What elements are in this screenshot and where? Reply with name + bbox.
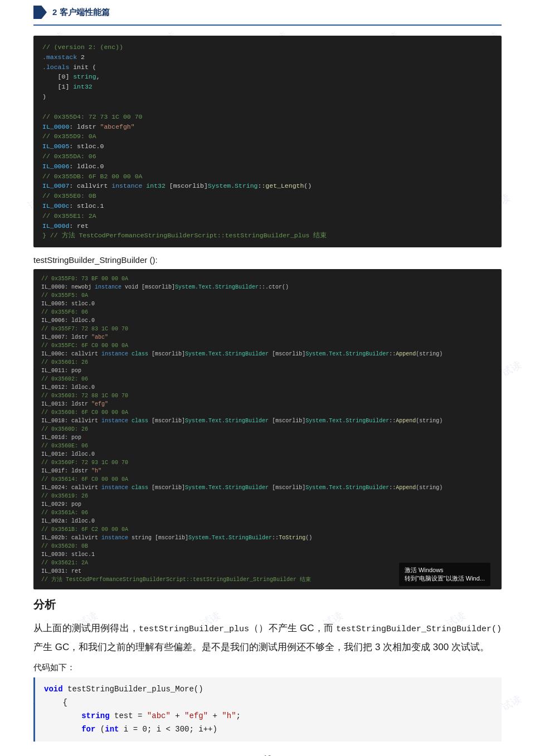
win-activate-line1: 激活 Windows <box>405 566 485 574</box>
code-block-plus-more: void testStringBuilder_plus_More() { str… <box>33 677 502 742</box>
page-number: 10 <box>33 748 502 756</box>
code-label: 代码如下： <box>33 662 502 673</box>
function-title-2: testStringBuilder_StringBuilder (): <box>33 255 502 265</box>
chapter-header: 2 客户端性能篇 <box>33 0 502 26</box>
code-block-il-stringbuilder: // 0x355F0: 73 BF 00 00 0A IL_0000: newo… <box>33 269 502 589</box>
inline-code-1: testStringBuilder_plus <box>139 625 249 634</box>
code-block-il-plus: // (version 2: (enc)) .maxstack 2 .local… <box>33 36 502 247</box>
win-activate-line2: 转到"电脑设置"以激活 Wind... <box>405 574 485 583</box>
chapter-title: 2 客户端性能篇 <box>52 7 110 18</box>
win-activate-overlay: 激活 Windows 转到"电脑设置"以激活 Wind... <box>399 563 490 586</box>
inline-code-2: testStringBuilder_StringBuilder() <box>336 625 502 634</box>
analysis-paragraph: 从上面的测试用例得出，testStringBuilder_plus（）不产生 G… <box>33 619 502 657</box>
page-content: 2 客户端性能篇 // (version 2: (enc)) .maxstack… <box>0 0 535 756</box>
chapter-icon <box>33 6 47 19</box>
section-analysis-title: 分析 <box>33 597 502 612</box>
